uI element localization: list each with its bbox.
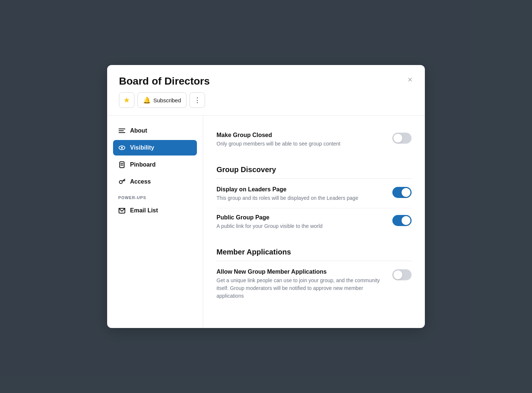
setting-group-discovery: Group Discovery Display on Leaders Page … (216, 165, 412, 236)
setting-info-public-group-page: Public Group Page A public link for your… (216, 214, 323, 230)
setting-row-allow-applications: Allow New Group Member Applications Get … (216, 263, 412, 306)
svg-line-11 (123, 181, 124, 181)
star-icon: ★ (123, 96, 130, 105)
modal-overlay: Board of Directors ★ 🔔 Subscribed ⋮ × (0, 0, 532, 393)
close-icon: × (408, 75, 413, 85)
email-list-icon (118, 207, 126, 214)
subscribed-button[interactable]: 🔔 Subscribed (137, 92, 187, 108)
setting-group-closed: Make Group Closed Only group members wil… (216, 126, 412, 154)
about-icon (118, 127, 126, 134)
setting-row-public-group-page: Public Group Page A public link for your… (216, 208, 412, 236)
section-divider-member-applications (216, 261, 412, 261)
sidebar-access-label: Access (130, 178, 151, 185)
more-icon: ⋮ (194, 96, 201, 104)
bell-icon: 🔔 (143, 96, 151, 104)
svg-point-4 (121, 147, 123, 149)
setting-desc-public-group-page: A public link for your Group visible to … (216, 222, 323, 230)
setting-desc-make-group-closed: Only group members will be able to see g… (216, 140, 340, 148)
pinboard-icon (118, 161, 126, 168)
setting-desc-display-leaders: This group and its roles will be display… (216, 194, 358, 202)
toggle-track-make-group-closed (392, 133, 412, 144)
section-heading-group-discovery: Group Discovery (216, 165, 412, 178)
toggle-make-group-closed[interactable] (392, 133, 412, 144)
setting-group-member-applications: Member Applications Allow New Group Memb… (216, 248, 412, 306)
setting-desc-allow-applications: Get a unique link people can use to join… (216, 277, 386, 300)
modal-header: Board of Directors ★ 🔔 Subscribed ⋮ × (107, 65, 425, 116)
access-icon (118, 178, 126, 185)
toggle-display-leaders[interactable] (392, 187, 412, 198)
sidebar-item-access[interactable]: Access (113, 174, 197, 189)
section-divider-discovery (216, 178, 412, 179)
power-ups-section-label: POWER-UPS (113, 191, 197, 201)
modal-title: Board of Directors (119, 75, 413, 87)
sidebar: About Visibility (107, 116, 203, 328)
setting-row-display-leaders: Display on Leaders Page This group and i… (216, 180, 412, 208)
setting-info-display-leaders: Display on Leaders Page This group and i… (216, 186, 358, 202)
setting-info-allow-applications: Allow New Group Member Applications Get … (216, 269, 386, 300)
setting-title-allow-applications: Allow New Group Member Applications (216, 269, 386, 275)
modal-body: About Visibility (107, 116, 425, 328)
sidebar-item-pinboard[interactable]: Pinboard (113, 157, 197, 172)
toggle-allow-applications[interactable] (392, 269, 412, 280)
toggle-track-public-group-page (392, 215, 412, 226)
close-button[interactable]: × (404, 74, 416, 86)
sidebar-about-label: About (130, 127, 147, 134)
header-actions: ★ 🔔 Subscribed ⋮ (119, 92, 413, 108)
sidebar-pinboard-label: Pinboard (130, 161, 156, 168)
sidebar-visibility-label: Visibility (130, 144, 154, 151)
content-area: Make Group Closed Only group members wil… (203, 116, 425, 328)
svg-line-10 (124, 180, 125, 181)
sidebar-item-visibility[interactable]: Visibility (113, 140, 197, 156)
section-heading-member-applications: Member Applications (216, 248, 412, 261)
setting-row-make-group-closed: Make Group Closed Only group members wil… (216, 126, 412, 154)
more-button[interactable]: ⋮ (190, 92, 205, 108)
setting-info-make-group-closed: Make Group Closed Only group members wil… (216, 132, 340, 148)
toggle-public-group-page[interactable] (392, 215, 412, 226)
sidebar-item-about[interactable]: About (113, 123, 197, 139)
sidebar-email-list-label: Email List (130, 207, 158, 214)
subscribed-label: Subscribed (153, 97, 181, 103)
setting-title-public-group-page: Public Group Page (216, 214, 323, 221)
toggle-track-allow-applications (392, 269, 412, 280)
sidebar-item-email-list[interactable]: Email List (113, 203, 197, 218)
visibility-icon (118, 144, 126, 151)
setting-title-display-leaders: Display on Leaders Page (216, 186, 358, 193)
toggle-track-display-leaders (392, 187, 412, 198)
modal: Board of Directors ★ 🔔 Subscribed ⋮ × (107, 65, 425, 328)
setting-title-make-group-closed: Make Group Closed (216, 132, 340, 139)
star-button[interactable]: ★ (119, 92, 134, 108)
